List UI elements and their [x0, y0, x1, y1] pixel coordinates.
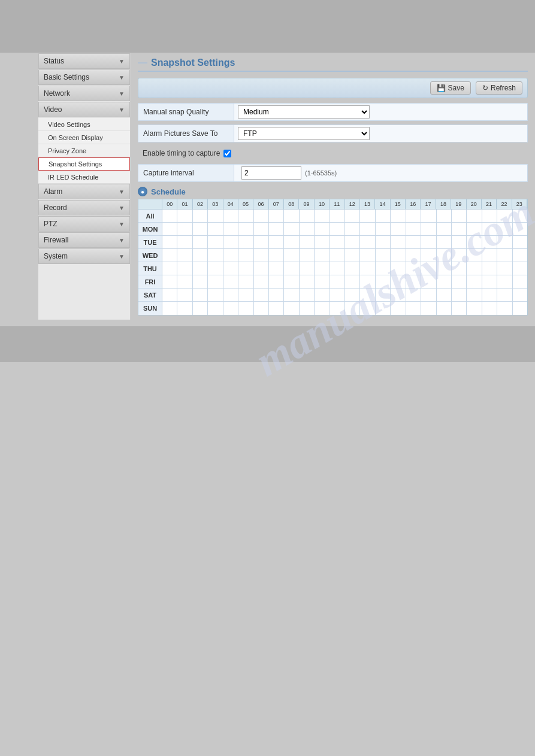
- schedule-row-fri[interactable]: FRI: [138, 275, 527, 289]
- cell-mon-21[interactable]: [482, 223, 497, 235]
- cell-sat-19[interactable]: [452, 289, 467, 301]
- cell-fri-10[interactable]: [315, 275, 330, 288]
- cell-all-12[interactable]: [345, 210, 360, 222]
- cell-tue-18[interactable]: [437, 236, 452, 248]
- cell-sun-19[interactable]: [452, 302, 467, 315]
- cell-fri-06[interactable]: [254, 275, 269, 288]
- cell-thu-07[interactable]: [269, 262, 284, 275]
- sidebar-subitem-snapshot-settings[interactable]: Snapshot Settings: [38, 157, 130, 171]
- cell-all-17[interactable]: [421, 210, 436, 222]
- cell-sun-05[interactable]: [238, 302, 253, 315]
- cell-sun-20[interactable]: [467, 302, 482, 315]
- cell-mon-18[interactable]: [437, 223, 452, 235]
- cell-all-01[interactable]: [177, 210, 192, 222]
- cell-sun-07[interactable]: [269, 302, 284, 315]
- cell-all-19[interactable]: [452, 210, 467, 222]
- cell-tue-19[interactable]: [452, 236, 467, 248]
- cell-all-11[interactable]: [330, 210, 345, 222]
- cell-all-08[interactable]: [284, 210, 299, 222]
- cell-thu-18[interactable]: [437, 262, 452, 275]
- cell-tue-10[interactable]: [315, 236, 330, 248]
- cell-fri-05[interactable]: [238, 275, 253, 288]
- cell-all-22[interactable]: [497, 210, 512, 222]
- cell-wed-23[interactable]: [513, 249, 527, 262]
- cell-sat-21[interactable]: [482, 289, 497, 301]
- sidebar-item-network[interactable]: Network ▼: [38, 86, 130, 101]
- cell-tue-23[interactable]: [513, 236, 527, 248]
- cell-sat-16[interactable]: [406, 289, 421, 301]
- cell-fri-11[interactable]: [330, 275, 345, 288]
- cell-fri-02[interactable]: [193, 275, 208, 288]
- cell-all-20[interactable]: [467, 210, 482, 222]
- cell-tue-06[interactable]: [254, 236, 269, 248]
- cell-mon-05[interactable]: [238, 223, 253, 235]
- cell-all-14[interactable]: [376, 210, 391, 222]
- cell-fri-01[interactable]: [177, 275, 192, 288]
- cell-mon-07[interactable]: [269, 223, 284, 235]
- schedule-row-sun[interactable]: SUN: [138, 302, 527, 315]
- cell-wed-06[interactable]: [254, 249, 269, 262]
- cell-sun-00[interactable]: [162, 302, 177, 315]
- cell-sun-14[interactable]: [376, 302, 391, 315]
- cell-sun-06[interactable]: [254, 302, 269, 315]
- cell-fri-13[interactable]: [360, 275, 375, 288]
- cell-thu-20[interactable]: [467, 262, 482, 275]
- cell-thu-02[interactable]: [193, 262, 208, 275]
- cell-thu-05[interactable]: [238, 262, 253, 275]
- cell-thu-00[interactable]: [162, 262, 177, 275]
- sidebar-item-record[interactable]: Record ▼: [38, 200, 130, 215]
- cell-wed-00[interactable]: [162, 249, 177, 262]
- cell-all-16[interactable]: [406, 210, 421, 222]
- cell-sun-13[interactable]: [360, 302, 375, 315]
- schedule-row-wed[interactable]: WED: [138, 249, 527, 262]
- cell-sat-14[interactable]: [376, 289, 391, 301]
- cell-sun-03[interactable]: [208, 302, 223, 315]
- cell-wed-19[interactable]: [452, 249, 467, 262]
- cell-fri-07[interactable]: [269, 275, 284, 288]
- sidebar-item-status[interactable]: Status ▼: [38, 53, 130, 69]
- cell-sun-16[interactable]: [406, 302, 421, 315]
- cell-fri-04[interactable]: [223, 275, 238, 288]
- cell-tue-03[interactable]: [208, 236, 223, 248]
- cell-all-21[interactable]: [482, 210, 497, 222]
- cell-fri-09[interactable]: [300, 275, 315, 288]
- sidebar-item-video[interactable]: Video ▼: [38, 102, 130, 117]
- cell-all-04[interactable]: [223, 210, 238, 222]
- cell-sat-02[interactable]: [193, 289, 208, 301]
- cell-all-18[interactable]: [437, 210, 452, 222]
- cell-mon-19[interactable]: [452, 223, 467, 235]
- cell-mon-20[interactable]: [467, 223, 482, 235]
- cell-wed-21[interactable]: [482, 249, 497, 262]
- cell-wed-01[interactable]: [177, 249, 192, 262]
- cell-wed-10[interactable]: [315, 249, 330, 262]
- cell-thu-14[interactable]: [376, 262, 391, 275]
- manual-snap-select[interactable]: Medium Low High: [238, 105, 370, 119]
- cell-wed-12[interactable]: [345, 249, 360, 262]
- save-button[interactable]: 💾 Save: [430, 81, 471, 95]
- cell-mon-01[interactable]: [177, 223, 192, 235]
- cell-sat-07[interactable]: [269, 289, 284, 301]
- cell-sun-02[interactable]: [193, 302, 208, 315]
- cell-thu-04[interactable]: [223, 262, 238, 275]
- cell-tue-04[interactable]: [223, 236, 238, 248]
- cell-fri-18[interactable]: [437, 275, 452, 288]
- cell-wed-11[interactable]: [330, 249, 345, 262]
- cell-wed-22[interactable]: [497, 249, 512, 262]
- cell-sat-08[interactable]: [284, 289, 299, 301]
- cell-sun-21[interactable]: [482, 302, 497, 315]
- sidebar-subitem-privacy-zone[interactable]: Privacy Zone: [38, 144, 130, 157]
- cell-sun-10[interactable]: [315, 302, 330, 315]
- sidebar-subitem-on-screen-display[interactable]: On Screen Display: [38, 131, 130, 144]
- cell-mon-23[interactable]: [513, 223, 527, 235]
- schedule-row-tue[interactable]: TUE: [138, 236, 527, 249]
- cell-thu-17[interactable]: [421, 262, 436, 275]
- cell-thu-10[interactable]: [315, 262, 330, 275]
- cell-sat-22[interactable]: [497, 289, 512, 301]
- cell-sat-11[interactable]: [330, 289, 345, 301]
- cell-wed-02[interactable]: [193, 249, 208, 262]
- cell-fri-23[interactable]: [513, 275, 527, 288]
- cell-tue-02[interactable]: [193, 236, 208, 248]
- cell-fri-20[interactable]: [467, 275, 482, 288]
- cell-mon-14[interactable]: [376, 223, 391, 235]
- sidebar-item-alarm[interactable]: Alarm ▼: [38, 184, 130, 199]
